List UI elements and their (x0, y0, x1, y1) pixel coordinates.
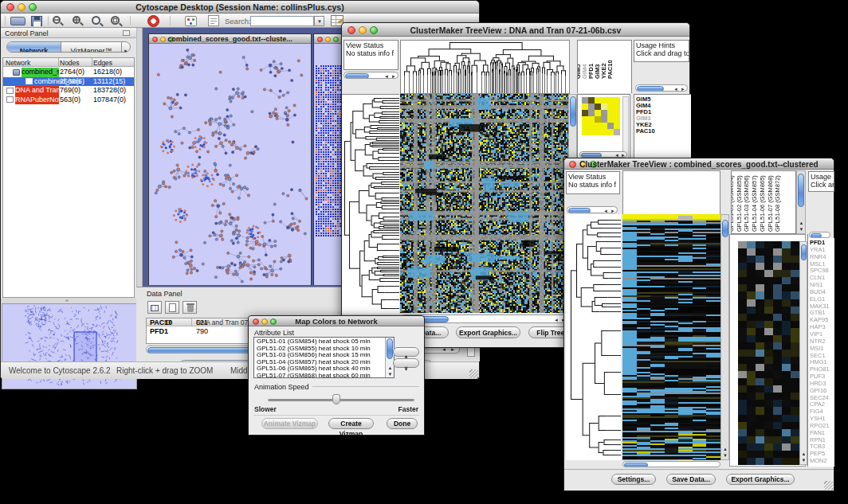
network-row[interactable]: combined_scores2764(0)16218(0) (3, 68, 134, 77)
zoom-fit-icon[interactable] (91, 15, 103, 27)
tv2-col-label[interactable]: GPL51-07 (GSM868) (767, 175, 774, 232)
network-row[interactable]: combined_sco2569(6)13112(15) (3, 77, 134, 87)
col-network[interactable]: Network (6, 59, 30, 67)
tv2-col-label[interactable]: GPL51-08 (GSM872) (774, 175, 781, 232)
zoom-button[interactable] (333, 37, 339, 42)
matrix-cell[interactable] (614, 129, 620, 135)
treeview2-titlebar[interactable]: ClusterMaker TreeView : combined_scores_… (564, 158, 834, 170)
resize-grip[interactable] (824, 481, 833, 490)
attribute-list-scrollbar[interactable]: ▲ ▼ (385, 338, 394, 377)
create-vizmap-button[interactable]: Create Vizmap (328, 418, 374, 429)
open-file-icon[interactable] (10, 17, 26, 25)
matrix-cell[interactable] (582, 129, 588, 135)
tv1-row-dendrogram[interactable] (342, 94, 399, 314)
correlation-matrix[interactable] (582, 97, 620, 135)
close-button[interactable] (317, 37, 323, 42)
export-graphics--button[interactable]: Export Graphics... (456, 326, 520, 338)
network-view-titlebar[interactable]: combined_scores_good.txt--cluste... (149, 34, 311, 44)
tab-overflow-arrow[interactable]: ▶ (121, 42, 131, 52)
matrix-cell[interactable] (607, 116, 614, 123)
col-nodes[interactable]: Nodes (60, 59, 80, 67)
matrix-cell[interactable] (595, 123, 601, 129)
done-button[interactable]: Done (387, 418, 418, 429)
save-icon[interactable] (31, 16, 42, 26)
matrix-cell[interactable] (607, 110, 614, 116)
tv2-hscrollbar[interactable] (622, 461, 720, 467)
matrix-cell[interactable] (595, 97, 601, 104)
tab-vizmapper[interactable]: VizMapper™ (62, 42, 120, 52)
gene-label[interactable]: MON2 (810, 458, 834, 465)
speed-slider-thumb[interactable] (332, 394, 340, 404)
matrix-cell[interactable] (601, 123, 607, 129)
matrix-cell[interactable] (582, 97, 588, 104)
minimize-button[interactable] (325, 37, 331, 42)
network-name[interactable]: RNAPuberNov2+ (15, 96, 59, 105)
tv2-usage-scrollbar[interactable] (809, 232, 830, 238)
tv1-column-dendrogram[interactable] (400, 40, 570, 94)
tv2-row-dendrogram[interactable] (566, 214, 621, 460)
treeview1-titlebar[interactable]: ClusterMaker TreeView : DNA and Tran 07-… (342, 23, 689, 37)
matrix-cell[interactable] (582, 110, 588, 116)
col-edges[interactable]: Edges (93, 59, 112, 67)
matrix-cell[interactable] (614, 110, 620, 116)
move-up-button[interactable]: ∧ (393, 347, 419, 357)
tv2-col-label[interactable]: GPL51-03 (GSM856) (743, 175, 750, 232)
move-down-button[interactable]: ∨ (393, 358, 419, 368)
main-titlebar[interactable]: Cytoscape Desktop (Session Name: collins… (1, 1, 479, 14)
matrix-cell[interactable] (588, 129, 595, 135)
matrix-cell[interactable] (582, 104, 588, 110)
new-doc-tab-icon[interactable] (165, 301, 179, 314)
matrix-cell[interactable] (588, 116, 595, 123)
zoom-in-icon[interactable] (72, 15, 84, 27)
matrix-cell[interactable] (614, 116, 620, 123)
matrix-cell[interactable] (601, 116, 607, 123)
matrix-cell[interactable] (607, 123, 614, 129)
resize-grip[interactable] (469, 369, 478, 378)
matrix-cell[interactable] (588, 97, 595, 104)
annotation-icon[interactable] (208, 15, 219, 26)
matrix-cell[interactable] (588, 104, 595, 110)
tv2-col-label[interactable]: GPL51-04 (GSM857) (751, 175, 758, 232)
matrix-cell[interactable] (607, 129, 614, 135)
matrix-cell[interactable] (595, 110, 601, 116)
search-dropdown-button[interactable]: ▼ (314, 16, 324, 26)
search-input[interactable] (250, 16, 314, 26)
matrix-hscrollbar[interactable]: ◄ ► (579, 151, 627, 158)
matrix-row-label[interactable]: PAC10 (636, 128, 691, 135)
network-name[interactable]: combined_scores (22, 68, 59, 77)
matrix-cell[interactable] (601, 110, 607, 116)
matrix-col-label[interactable]: PAC10 (607, 60, 614, 79)
scroll-right-icon[interactable]: ► (450, 347, 455, 353)
help-lifebuoy-icon[interactable] (147, 15, 159, 27)
matrix-cell[interactable] (582, 123, 588, 129)
network-row[interactable]: RNAPuberNov2+563(0)107847(0) (3, 96, 134, 105)
matrix-cell[interactable] (601, 104, 607, 110)
matrix-cell[interactable] (614, 97, 620, 104)
tv1-heatmap[interactable] (400, 94, 568, 313)
scroll-left-icon[interactable]: ◄ (442, 347, 446, 353)
zoom-out-icon[interactable] (52, 15, 64, 27)
tv1-usage-scrollbar[interactable]: ◄ ► (635, 84, 688, 92)
matrix-cell[interactable] (588, 123, 595, 129)
tv2-heatmap-vscrollbar[interactable]: ▲ ▼ (720, 214, 729, 460)
matrix-cell[interactable] (595, 116, 601, 123)
network-name[interactable]: DNA and Tran 07 (15, 86, 59, 96)
matrix-cell[interactable] (595, 129, 601, 135)
attribute-list-item[interactable]: GPL51-07 (GSM868) heat shock 60 min (257, 373, 394, 378)
tv2-col-labels-vscrollbar[interactable]: ▲ ▼ (796, 170, 806, 234)
matrix-cell[interactable] (614, 104, 620, 110)
matrix-cell[interactable] (595, 104, 601, 110)
matrix-cell[interactable] (614, 123, 620, 129)
matrix-cell[interactable] (607, 104, 614, 110)
tv2-zoom-vscrollbar[interactable]: ▲ ▼ (799, 241, 807, 465)
tv2-col-label[interactable]: GPL51-06 (GSM865) (759, 175, 766, 232)
export-graphics--button[interactable]: Export Graphics... (726, 474, 795, 485)
matrix-cell[interactable] (588, 110, 595, 116)
float-panel-icon[interactable] (123, 30, 130, 36)
matrix-cell[interactable] (607, 97, 614, 104)
panel-splitter[interactable] (1, 298, 136, 303)
matrix-cell[interactable] (582, 116, 588, 123)
matrix-cell[interactable] (601, 129, 607, 135)
network-row[interactable]: DNA and Tran 07769(0)183728(0) (3, 86, 134, 96)
zoom-selected-icon[interactable] (110, 15, 122, 27)
